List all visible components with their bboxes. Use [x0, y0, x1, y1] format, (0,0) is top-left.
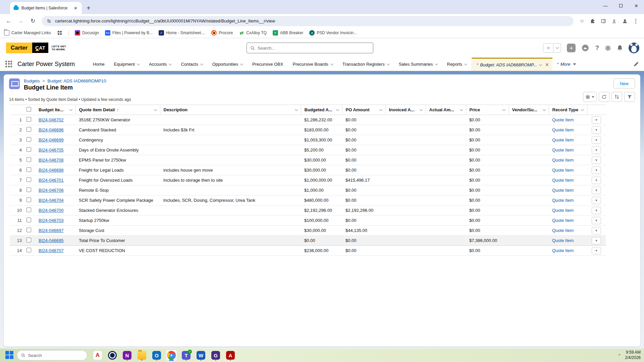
- record-type-link[interactable]: Quote Item: [552, 168, 574, 173]
- record-type-link[interactable]: Quote Item: [552, 238, 574, 243]
- chevron-down-icon[interactable]: [169, 62, 172, 65]
- record-type-link[interactable]: Quote Item: [552, 147, 574, 153]
- budget-item-link[interactable]: BI24-046705: [39, 147, 63, 153]
- budget-item-link[interactable]: BI24-046708: [39, 158, 63, 163]
- row-actions-dropdown[interactable]: ▼: [592, 197, 601, 204]
- notifications-bell-icon[interactable]: [617, 45, 623, 51]
- column-header-record-type[interactable]: Record Type: [552, 107, 579, 112]
- row-actions-dropdown[interactable]: ▼: [592, 126, 601, 134]
- row-checkbox[interactable]: [26, 147, 31, 152]
- row-checkbox[interactable]: [26, 197, 31, 202]
- taskbar-app-autodesk-icon[interactable]: A: [92, 350, 103, 361]
- row-actions-dropdown[interactable]: ▼: [592, 217, 601, 224]
- window-close-button[interactable]: ✕: [629, 0, 644, 11]
- chevron-down-icon[interactable]: [200, 62, 203, 65]
- taskbar-search-input[interactable]: [28, 353, 83, 358]
- row-actions-dropdown[interactable]: ▼: [592, 247, 601, 254]
- nav-item-reports[interactable]: Reports: [442, 58, 472, 71]
- bookmark-abb-breaker[interactable]: TABB Breaker: [273, 30, 303, 36]
- chevron-down-icon[interactable]: [294, 108, 298, 111]
- filter-list-button[interactable]: [624, 92, 635, 102]
- bookmark-carter-managed-links[interactable]: Carter Managed Links: [4, 30, 51, 36]
- taskbar-app-chrome-icon[interactable]: [166, 350, 177, 361]
- taskbar-app-word-icon[interactable]: W: [195, 350, 207, 361]
- reload-button[interactable]: ↻: [28, 16, 38, 26]
- column-header-price[interactable]: Price: [470, 107, 480, 112]
- browser-tab[interactable]: Budget Items | Salesforce ✕: [10, 2, 82, 14]
- budget-item-link[interactable]: BI24-046706: [39, 188, 63, 193]
- budget-item-link[interactable]: BI24-046704: [39, 198, 63, 203]
- budget-item-link[interactable]: BI24-046702: [39, 117, 63, 122]
- row-actions-dropdown[interactable]: ▼: [592, 167, 601, 174]
- favorites-dropdown-icon[interactable]: [553, 44, 561, 52]
- budget-item-link[interactable]: BI24-046698: [39, 168, 63, 173]
- bookmark-apps-grid-icon[interactable]: [57, 30, 62, 36]
- column-header-quote-item-detail[interactable]: Quote Item Detail: [79, 107, 115, 112]
- extensions-puzzle-icon[interactable]: [590, 18, 596, 24]
- row-checkbox[interactable]: [26, 248, 31, 252]
- bookmark-psd-vendor-invoicin[interactable]: sPSD Vendor Invoicin...: [309, 30, 357, 36]
- app-name[interactable]: Carter Power System: [17, 61, 75, 68]
- record-type-link[interactable]: Quote Item: [552, 218, 574, 223]
- column-header-invoiced-amount[interactable]: Invoiced A...: [389, 107, 415, 112]
- bookmark-cxalloy-tq[interactable]: ⇄CxAlloy TQ: [239, 30, 266, 36]
- record-type-link[interactable]: Quote Item: [552, 127, 574, 132]
- row-checkbox[interactable]: [26, 177, 31, 182]
- nav-item-transaction-registers[interactable]: Transaction Registers: [338, 58, 394, 71]
- record-type-link[interactable]: Quote Item: [552, 117, 574, 122]
- window-minimize-button[interactable]: —: [598, 0, 613, 11]
- window-maximize-button[interactable]: [613, 0, 629, 11]
- refresh-list-button[interactable]: [599, 92, 609, 102]
- downloads-icon[interactable]: [611, 18, 617, 24]
- bookmark-files-powered-by-b[interactable]: boxFiles | Powered by B...: [105, 30, 153, 36]
- row-actions-dropdown[interactable]: ▼: [592, 207, 601, 214]
- user-avatar[interactable]: [629, 43, 639, 53]
- global-search-input[interactable]: [258, 46, 370, 51]
- row-actions-dropdown[interactable]: ▼: [592, 116, 601, 124]
- row-checkbox[interactable]: [26, 117, 31, 122]
- new-tab-button[interactable]: +: [87, 4, 91, 12]
- row-actions-dropdown[interactable]: ▼: [592, 227, 601, 234]
- active-record-tab[interactable]: * Budget: ADS IAD668ROMP... ✕: [472, 58, 552, 71]
- column-header-budgeted-amount[interactable]: Budgeted A...: [305, 107, 332, 112]
- site-info-icon[interactable]: [46, 18, 52, 24]
- column-header-po-amount[interactable]: PO Amount: [346, 107, 370, 112]
- taskbar-app-onenote-icon[interactable]: N: [121, 350, 133, 361]
- chevron-down-icon[interactable]: [435, 62, 438, 65]
- taskbar-app-acrobat-icon[interactable]: A: [225, 350, 236, 361]
- row-checkbox[interactable]: [26, 238, 31, 242]
- breadcrumb-budgets-link[interactable]: Budgets: [24, 78, 40, 83]
- chevron-down-icon[interactable]: [464, 62, 468, 65]
- sort-list-button[interactable]: [611, 92, 622, 102]
- row-actions-dropdown[interactable]: ▼: [592, 136, 601, 144]
- taskbar-app-grammarly-icon[interactable]: G: [210, 350, 221, 361]
- chevron-down-icon[interactable]: [460, 108, 463, 111]
- taskbar-clock[interactable]: 9:59 AM 2/4/2026: [625, 350, 641, 360]
- row-checkbox[interactable]: [26, 137, 31, 142]
- record-type-link[interactable]: Quote Item: [552, 188, 574, 193]
- row-checkbox[interactable]: [26, 127, 31, 132]
- taskbar-app-outlook-icon[interactable]: O: [151, 350, 162, 361]
- budget-item-link[interactable]: BI24-046707: [39, 248, 63, 253]
- forward-button[interactable]: →: [15, 16, 26, 26]
- budget-item-link[interactable]: BI24-046695: [39, 238, 63, 243]
- global-search-box[interactable]: [247, 43, 373, 53]
- close-tab-icon[interactable]: ✕: [545, 62, 549, 67]
- chevron-down-icon[interactable]: [542, 108, 546, 111]
- chevron-down-icon[interactable]: [539, 63, 542, 66]
- chevron-down-icon[interactable]: [330, 62, 333, 65]
- record-type-link[interactable]: Quote Item: [552, 208, 574, 213]
- column-header-vendor[interactable]: Vendor/Su...: [512, 107, 537, 112]
- nav-item-contacts[interactable]: Contacts: [176, 58, 207, 71]
- chevron-down-icon[interactable]: [581, 108, 584, 111]
- budget-item-link[interactable]: BI24-046696: [39, 127, 63, 132]
- taskbar-app-file-explorer-icon[interactable]: [136, 350, 148, 361]
- favorite-star-icon[interactable]: ★: [543, 44, 553, 52]
- list-settings-button[interactable]: [583, 92, 597, 102]
- row-checkbox[interactable]: [26, 218, 31, 222]
- nav-item-sales-summaries[interactable]: Sales Summaries: [394, 58, 442, 71]
- breadcrumb-budget-record-link[interactable]: Budget: ADS IAD668ROMP10: [48, 78, 106, 83]
- taskbar-search-box[interactable]: [17, 350, 87, 360]
- record-type-link[interactable]: Quote Item: [552, 228, 574, 233]
- bookmark-procore[interactable]: Procore: [211, 30, 233, 36]
